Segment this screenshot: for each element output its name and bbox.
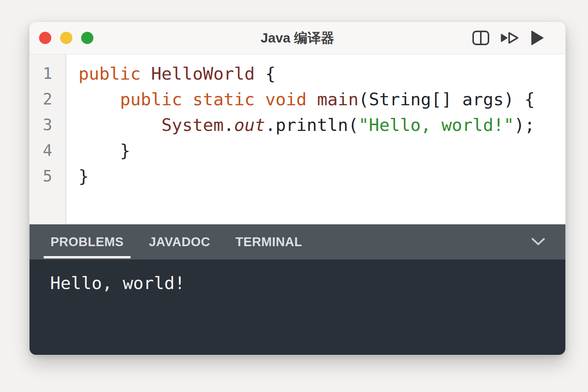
code-token-plain (182, 89, 193, 109)
code-token-plain (307, 89, 317, 109)
code-token-string: "Hello, world!" (359, 115, 514, 135)
collapse-panel-button[interactable] (531, 224, 546, 260)
code-token-type: main (317, 89, 358, 109)
step-run-button[interactable] (500, 29, 520, 46)
code-token-plain (141, 64, 151, 84)
output-panel: Hello, world! (29, 260, 565, 355)
code-token-keyword: void (265, 89, 307, 109)
code-token-type: System (162, 115, 224, 135)
zoom-button[interactable] (81, 32, 93, 44)
line-number: 4 (29, 138, 65, 163)
panel-tabs: PROBLEMSJAVADOCTERMINAL (44, 224, 309, 260)
window-title: Java 编译器 (261, 29, 335, 47)
code-editor: 12345 public HelloWorld { public static … (29, 54, 565, 224)
code-line: } (78, 138, 565, 163)
line-number: 3 (29, 112, 65, 138)
code-line: public HelloWorld { (78, 61, 565, 87)
code-token-keyword: public (120, 89, 182, 109)
toolbar (472, 29, 565, 46)
code-line: public static void main(String[] args) { (78, 87, 565, 112)
java-compiler-window: Java 编译器 (29, 21, 566, 355)
close-button[interactable] (39, 32, 51, 44)
code-area[interactable]: public HelloWorld { public static void m… (66, 54, 565, 224)
code-line: System.out.println("Hello, world!"); (78, 112, 565, 138)
run-icon (530, 30, 544, 46)
code-token-plain: (String[] args) { (359, 89, 535, 109)
line-number: 1 (29, 61, 65, 87)
code-token-plain: } (78, 140, 130, 161)
code-token-plain: ); (514, 115, 535, 135)
code-token-plain (78, 89, 120, 109)
minimize-button[interactable] (60, 32, 72, 44)
code-token-italic-type: out (234, 115, 265, 135)
traffic-lights (29, 32, 93, 44)
code-token-plain: } (78, 166, 89, 186)
tab-javadoc[interactable]: JAVADOC (142, 224, 217, 260)
code-line: } (78, 163, 565, 189)
code-token-keyword: static (193, 89, 255, 109)
code-token-plain (78, 115, 162, 135)
code-token-plain: .println( (265, 115, 359, 135)
code-token-plain: . (224, 115, 234, 135)
code-token-plain: { (255, 64, 276, 84)
output-line: Hello, world! (50, 272, 550, 295)
tab-problems[interactable]: PROBLEMS (44, 224, 131, 260)
line-number: 2 (29, 87, 65, 112)
titlebar: Java 编译器 (29, 22, 565, 54)
chevron-down-icon (531, 237, 546, 247)
step-forward-icon (500, 29, 520, 46)
tab-terminal[interactable]: TERMINAL (229, 224, 309, 260)
code-token-type: HelloWorld (151, 64, 255, 84)
split-view-button[interactable] (472, 30, 490, 46)
code-token-plain (255, 89, 265, 109)
code-token-keyword: public (78, 64, 141, 84)
line-number: 5 (29, 163, 65, 189)
split-view-icon (472, 30, 490, 46)
desktop-background: Java 编译器 (0, 0, 588, 392)
run-button[interactable] (530, 30, 544, 46)
line-number-gutter: 12345 (29, 54, 66, 224)
panel-tab-bar: PROBLEMSJAVADOCTERMINAL (29, 224, 565, 260)
